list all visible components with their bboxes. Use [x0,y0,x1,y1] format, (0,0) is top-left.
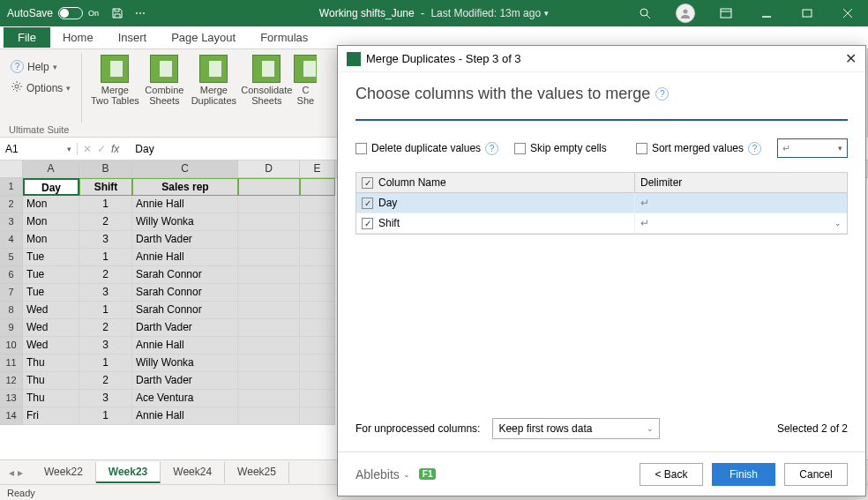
cell[interactable]: Darth Vader [132,372,238,390]
cell[interactable]: 1 [79,302,132,319]
cell[interactable]: 1 [79,407,132,425]
merge-duplicates-button[interactable]: Merge Duplicates [188,53,239,123]
sheet-tab-week23[interactable]: Week23 [96,462,161,483]
row-header[interactable]: 8 [0,302,23,319]
cell[interactable] [238,354,300,372]
dialog-close-icon[interactable]: ✕ [845,50,857,67]
cell[interactable]: Annie Hall [132,337,238,354]
cell[interactable]: Wed [23,302,79,319]
cell[interactable]: Mon [23,196,79,213]
cell[interactable] [238,249,300,266]
cell[interactable] [300,302,335,319]
cell[interactable] [300,354,335,372]
cell[interactable]: Wed [23,319,79,337]
cell[interactable]: Thu [23,354,79,372]
cell[interactable]: Sarah Connor [132,266,238,284]
cell[interactable]: 2 [79,266,132,284]
col-header-a[interactable]: A [23,160,79,177]
cell[interactable]: Fri [23,407,79,425]
enter-formula-icon[interactable]: ✓ [97,143,106,155]
name-box[interactable]: A1 ▾ [0,143,78,155]
dialog-titlebar[interactable]: Merge Duplicates - Step 3 of 3 ✕ [338,46,865,72]
cell[interactable] [300,213,335,231]
cell[interactable]: Day [23,178,79,196]
row-header[interactable]: 5 [0,249,23,266]
select-all-corner[interactable] [0,160,23,177]
cell[interactable]: Tue [23,249,79,266]
row-header[interactable]: 14 [0,407,23,425]
cell[interactable]: 1 [79,354,132,372]
brand[interactable]: Ablebits ⌄ [355,467,410,481]
row-header[interactable]: 13 [0,390,23,407]
sheet-nav-prev-icon[interactable]: ◂ [9,466,14,479]
truncated-button[interactable]: C She [294,53,317,123]
row-header[interactable]: 11 [0,354,23,372]
cell[interactable]: Sales rep [132,178,238,196]
cell[interactable]: Annie Hall [132,407,238,425]
cell[interactable] [238,319,300,337]
cell[interactable] [238,390,300,407]
cell[interactable]: Wed [23,337,79,354]
cell[interactable]: Mon [23,213,79,231]
save-icon[interactable] [106,2,129,25]
cell[interactable] [238,337,300,354]
cell[interactable]: Tue [23,284,79,302]
fx-icon[interactable]: fx [111,143,124,155]
cell[interactable]: Tue [23,266,79,284]
help-icon[interactable]: ? [485,142,498,155]
maximize-icon[interactable] [787,0,827,26]
more-icon[interactable]: ⋯ [129,2,152,25]
cell[interactable] [300,337,335,354]
help-button[interactable]: ? Help ▾ [7,58,74,75]
sheet-tab-week24[interactable]: Week24 [161,462,225,483]
cell[interactable] [238,302,300,319]
cell[interactable] [238,231,300,249]
row-header[interactable]: 2 [0,196,23,213]
help-icon[interactable]: ? [655,87,669,101]
finish-button[interactable]: Finish [712,463,775,486]
sheet-tab-week22[interactable]: Week22 [32,462,96,483]
col-header-d[interactable]: D [238,160,300,177]
cell[interactable] [238,266,300,284]
cell[interactable]: 3 [79,390,132,407]
cell[interactable] [300,266,335,284]
cell[interactable] [238,284,300,302]
cell[interactable] [300,372,335,390]
col-header-b[interactable]: B [79,160,132,177]
back-button[interactable]: < Back [640,463,703,486]
autosave-toggle[interactable] [58,7,83,19]
cell[interactable]: Sarah Connor [132,284,238,302]
select-all-checkbox[interactable] [362,177,373,189]
cell[interactable]: 2 [79,319,132,337]
cell[interactable]: Willy Wonka [132,213,238,231]
cell[interactable]: 1 [79,196,132,213]
tab-insert[interactable]: Insert [106,27,160,48]
cell[interactable]: Annie Hall [132,249,238,266]
cell[interactable] [300,319,335,337]
cell[interactable]: 2 [79,213,132,231]
sheet-nav-next-icon[interactable]: ▸ [18,466,23,479]
cell[interactable]: Ace Ventura [132,390,238,407]
cell[interactable] [300,407,335,425]
cancel-button[interactable]: Cancel [784,463,848,486]
merge-two-tables-button[interactable]: Merge Two Tables [89,53,140,123]
cell[interactable]: Shift [79,178,132,196]
row-header[interactable]: 9 [0,319,23,337]
ribbon-display-icon[interactable] [706,0,746,26]
f1-badge[interactable]: F1 [419,468,437,480]
cell[interactable]: 2 [79,372,132,390]
cell[interactable] [300,231,335,249]
cell[interactable] [300,249,335,266]
cell[interactable]: Sarah Connor [132,302,238,319]
delete-duplicate-checkbox[interactable]: Delete duplicate values ? [355,142,498,155]
search-icon[interactable] [625,0,665,26]
cell[interactable]: Darth Vader [132,231,238,249]
cell[interactable]: Thu [23,390,79,407]
cell[interactable]: Annie Hall [132,196,238,213]
cell[interactable]: 3 [79,284,132,302]
cell[interactable]: Willy Wonka [132,354,238,372]
cell[interactable] [238,196,300,213]
row-header[interactable]: 1 [0,178,23,196]
row-header[interactable]: 4 [0,231,23,249]
cell[interactable] [238,372,300,390]
